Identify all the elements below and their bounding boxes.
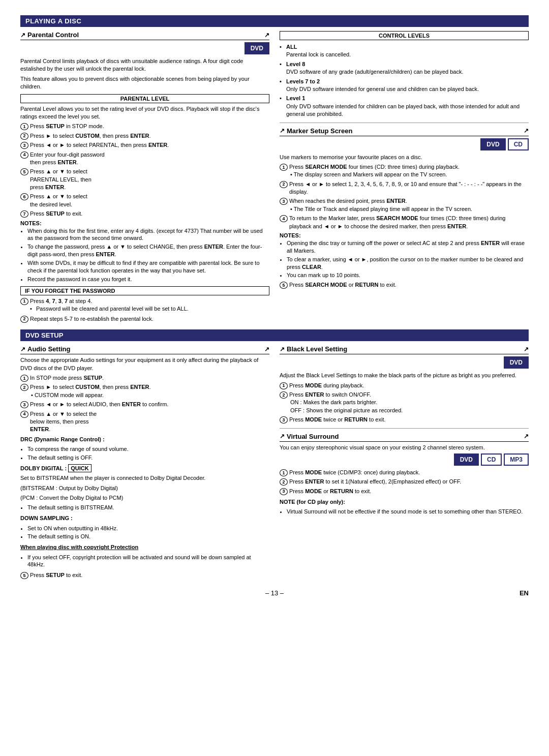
- step-5: 5 Press ▲ or ▼ to selectPARENTAL LEVEL, …: [20, 168, 269, 191]
- marker-intro: Use markers to memorise your favourite p…: [280, 154, 529, 161]
- black-badge-row: DVD: [280, 356, 529, 369]
- ds-note-1: Set to ON when outputting in 48kHz.: [27, 525, 269, 532]
- marker-cd-badge: CD: [508, 138, 529, 150]
- parental-notes-list: When doing this for the first time, ente…: [20, 227, 269, 283]
- level-all: • ALLParental lock is cancelled.: [280, 43, 529, 59]
- lang-badge: EN: [520, 589, 529, 597]
- marker-note-1: Opening the disc tray or turning off the…: [287, 239, 529, 255]
- black-step-2: 2 Press ENTER to switch ON/OFF. ON : Mak…: [280, 391, 529, 414]
- note-1: When doing this for the first time, ente…: [27, 227, 269, 243]
- right-column-2: ↗ Black Level Setting ↗ DVD Adjust the B…: [280, 345, 529, 581]
- step-7: 7 Press SETUP to exit.: [20, 210, 269, 218]
- dolby-desc: Set to BITSTREAM when the player is conn…: [20, 474, 269, 482]
- black-arrow-left: ↗: [280, 346, 285, 353]
- page-container: PLAYING A DISC ↗ Parental Control ↗ DVD …: [20, 15, 529, 597]
- right-column: CONTROL LEVELS • ALLParental lock is can…: [280, 31, 529, 324]
- marker-arrow-right: ↗: [524, 127, 529, 134]
- audio-step-1: 1 In STOP mode press SETUP.: [20, 374, 269, 382]
- divider-1: [280, 123, 529, 123]
- dolby-header: DOLBY DIGITAL : QUICK: [20, 465, 269, 472]
- vs-badge-row: DVD CD MP3: [280, 453, 529, 466]
- audio-arrow-right: ↗: [264, 346, 269, 353]
- down-sampling-header: DOWN SAMPLING :: [20, 515, 269, 522]
- parental-notes-title: NOTES:: [20, 220, 269, 226]
- black-arrow-right: ↗: [524, 346, 529, 353]
- parental-level-header: PARENTAL LEVEL: [20, 94, 269, 103]
- quick-badge: QUICK: [68, 464, 91, 472]
- marker-step-5: 5 Press SEARCH MODE or RETURN to exit.: [280, 281, 529, 289]
- vs-steps-list: 1 Press MODE twice (CD/MP3: once) during…: [280, 469, 529, 495]
- parental-steps-list: 1 Press SETUP in STOP mode. 2 Press ► to…: [20, 123, 269, 218]
- parental-control-section: ↗ Parental Control ↗ DVD Parental Contro…: [20, 31, 269, 324]
- vs-note-list: Virtual Surround will not be effective i…: [280, 508, 529, 516]
- marker-step-2: 2 Press ◄ or ► to select 1, 2, 3, 4, 5, …: [280, 180, 529, 196]
- dolby-default: The default setting is BITSTREAM.: [20, 504, 269, 511]
- forget-header: IF YOU FORGET THE PASSWORD: [20, 286, 269, 295]
- dvd-badge: DVD: [245, 42, 269, 54]
- down-sampling-notes: Set to ON when outputting in 48kHz. The …: [20, 525, 269, 541]
- virtual-surround-title: ↗ Virtual Surround ↗: [280, 433, 529, 442]
- drc-note-1: To compress the range of sound volume.: [27, 445, 269, 453]
- copyright-note: If you select OFF, copyright protection …: [27, 554, 269, 569]
- black-steps-list: 1 Press MODE during playback. 2 Press EN…: [280, 382, 529, 424]
- page-footer: – 13 – EN: [20, 589, 529, 597]
- marker-steps-list: 1 Press SEARCH MODE four times (CD: thre…: [280, 163, 529, 230]
- parental-control-title: ↗ Parental Control ↗: [20, 31, 269, 40]
- note-3: With some DVDs, it may be difficult to f…: [27, 259, 269, 275]
- step-6: 6 Press ▲ or ▼ to selectthe desired leve…: [20, 193, 269, 208]
- forget-step-1: 1 Press 4, 7, 3, 7 at step 4. Password w…: [20, 297, 269, 314]
- vs-step-3: 3 Press MODE or RETURN to exit.: [280, 488, 529, 495]
- black-level-title: ↗ Black Level Setting ↗: [280, 345, 529, 354]
- vs-note-header: NOTE (for CD play only):: [280, 498, 529, 506]
- marker-notes: NOTES: Opening the disc tray or turning …: [280, 232, 529, 279]
- vs-step-2: 2 Press ENTER to set it 1(Natural effect…: [280, 478, 529, 486]
- copyright-header: When playing disc with copyright Protect…: [20, 543, 269, 551]
- main-two-col: ↗ Parental Control ↗ DVD Parental Contro…: [20, 31, 529, 324]
- marker-note-2: To clear a marker, using ◄ or ►, positio…: [287, 256, 529, 271]
- control-levels-header: CONTROL LEVELS: [280, 31, 529, 40]
- level-7to2: • Levels 7 to 2Only DVD software intende…: [280, 78, 529, 94]
- black-intro: Adjust the Black Level Settings to make …: [280, 372, 529, 379]
- parental-badge-row: DVD: [20, 42, 269, 54]
- step-1: 1 Press SETUP in STOP mode.: [20, 123, 269, 130]
- vs-arrow-right: ↗: [524, 433, 529, 440]
- marker-step-1: 1 Press SEARCH MODE four times (CD: thre…: [280, 163, 529, 179]
- audio-steps-list: 1 In STOP mode press SETUP. 2 Press ► to…: [20, 374, 269, 434]
- forget-step-2: 2 Repeat steps 5-7 to re-establish the p…: [20, 315, 269, 323]
- drc-note-2: The default setting is OFF.: [27, 454, 269, 462]
- vs-step-1: 1 Press MODE twice (CD/MP3: once) during…: [280, 469, 529, 476]
- drc-header: DRC (Dynamic Range Control) :: [20, 436, 269, 443]
- audio-step-3: 3 Press ◄ or ► to select AUDIO, then ENT…: [20, 401, 269, 408]
- audio-step-2: 2 Press ► to select CUSTOM, then press E…: [20, 383, 269, 399]
- parental-intro1: Parental Control limits playback of disc…: [20, 57, 269, 73]
- vs-note: Virtual Surround will not be effective i…: [287, 508, 529, 516]
- dolby-default-note: The default setting is BITSTREAM.: [27, 504, 269, 511]
- level-1: • Level 1Only DVD software intended for …: [280, 95, 529, 118]
- black-dvd-badge: DVD: [504, 356, 529, 369]
- marker-notes-title: NOTES:: [280, 232, 529, 238]
- dolby-item-2: (PCM : Convert the Dolby Digital to PCM): [20, 494, 269, 502]
- audio-arrow-left: ↗: [20, 346, 25, 353]
- audio-step5-list: 5 Press SETUP to exit.: [20, 571, 269, 579]
- step-2: 2 Press ► to select CUSTOM, then press E…: [20, 132, 269, 140]
- playing-a-disc-header: PLAYING A DISC: [20, 15, 529, 27]
- marker-arrow-left: ↗: [280, 127, 285, 134]
- marker-dvd-badge: DVD: [480, 138, 505, 150]
- audio-intro: Choose the appropriate Audio settings fo…: [20, 356, 269, 372]
- audio-setting-section: ↗ Audio Setting ↗ Choose the appropriate…: [20, 345, 269, 581]
- dvd-setup-two-col: ↗ Audio Setting ↗ Choose the appropriate…: [20, 345, 529, 581]
- ds-note-2: The default setting is ON.: [27, 533, 269, 540]
- marker-notes-list: Opening the disc tray or turning off the…: [280, 239, 529, 279]
- arrow-left-icon: ↗: [20, 32, 25, 39]
- divider-2: [280, 428, 529, 429]
- marker-setup-title: ↗ Marker Setup Screen ↗: [280, 127, 529, 136]
- dolby-item-1: (BITSTREAM : Output by Dolby Digital): [20, 485, 269, 492]
- marker-note-3: You can mark up to 10 points.: [287, 271, 529, 279]
- vs-dvd-badge: DVD: [454, 453, 479, 466]
- note-2: To change the password, press ▲ or ▼ to …: [27, 243, 269, 258]
- dvd-setup-header: DVD SETUP: [20, 329, 529, 341]
- vs-arrow-left: ↗: [280, 433, 285, 440]
- step-3: 3 Press ◄ or ► to select PARENTAL, then …: [20, 141, 269, 149]
- drc-notes: To compress the range of sound volume. T…: [20, 445, 269, 462]
- control-levels-list: • ALLParental lock is cancelled. • Level…: [280, 43, 529, 118]
